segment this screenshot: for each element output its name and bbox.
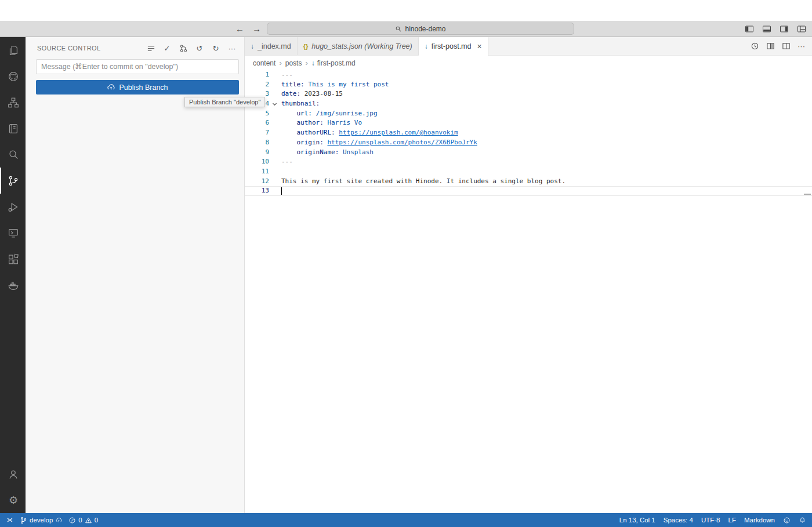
scm-header: SOURCE CONTROL ✓ ↺ ↻ ···	[26, 37, 244, 57]
indentation-status[interactable]: Spaces: 4	[664, 517, 693, 524]
code-line[interactable]: 5 url: /img/sunrise.jpg	[245, 109, 812, 119]
fold-gutter	[269, 148, 280, 158]
tab-close-icon[interactable]: ×	[477, 42, 481, 51]
status-bar: develop 0 0 Ln 13, Col 1 Spaces: 4 UTF-8…	[0, 513, 812, 527]
open-changes-icon[interactable]	[766, 42, 775, 50]
fold-gutter	[269, 109, 280, 119]
json-file-icon: {}	[303, 43, 309, 50]
github-icon[interactable]	[0, 63, 26, 89]
pull-request-icon[interactable]	[178, 43, 188, 53]
hierarchy-icon[interactable]	[0, 89, 26, 115]
breadcrumb: content › posts › ↓ first-post.md	[245, 56, 812, 70]
status-right: Ln 13, Col 1 Spaces: 4 UTF-8 LF Markdown	[619, 517, 806, 524]
code-line[interactable]: 3date: 2023-08-15	[245, 89, 812, 99]
line-number: 1	[245, 70, 269, 80]
notifications-bell-icon[interactable]	[799, 517, 806, 524]
run-debug-icon[interactable]	[0, 194, 26, 220]
nav-arrows: ← →	[235, 21, 261, 37]
top-strip	[0, 0, 812, 21]
code-lines: 1---2title: This is my first post3date: …	[245, 70, 812, 196]
toggle-sidebar-left-icon[interactable]	[745, 24, 754, 34]
code-line[interactable]: 4thumbnail:	[245, 99, 812, 109]
code-editor[interactable]: 1---2title: This is my first post3date: …	[245, 70, 812, 513]
overview-ruler-cursor-mark	[804, 194, 811, 195]
remote-explorer-icon[interactable]	[0, 220, 26, 246]
source-control-icon[interactable]	[0, 168, 26, 194]
settings-gear-icon[interactable]: ⚙	[0, 487, 26, 513]
line-number: 5	[245, 109, 269, 119]
line-content: ---	[280, 157, 293, 167]
code-line[interactable]: 11	[245, 167, 812, 177]
language-mode-status[interactable]: Markdown	[744, 517, 775, 524]
line-number: 10	[245, 157, 269, 167]
tab-index-md[interactable]: ↓ _index.md	[245, 37, 298, 55]
extensions-icon[interactable]	[0, 246, 26, 272]
view-as-list-icon[interactable]	[146, 43, 156, 53]
code-line[interactable]: 6 author: Harris Vo	[245, 118, 812, 128]
chevron-right-icon: ›	[279, 59, 281, 67]
search-icon[interactable]	[0, 141, 26, 168]
toggle-panel-icon[interactable]	[762, 24, 771, 34]
code-line[interactable]: 8 origin: https://unsplash.com/photos/ZX…	[245, 138, 812, 148]
tab-hugo-stats-json[interactable]: {} hugo_stats.json (Working Tree)	[298, 37, 419, 55]
commit-check-icon[interactable]: ✓	[162, 43, 172, 53]
book-icon[interactable]	[0, 115, 26, 141]
timeline-history-icon[interactable]	[751, 42, 759, 50]
error-icon	[68, 517, 76, 524]
activity-bar: ⚙	[0, 37, 26, 513]
accounts-icon[interactable]	[0, 461, 26, 487]
markdown-file-icon: ↓	[251, 42, 254, 50]
explorer-icon[interactable]	[0, 37, 26, 63]
line-content	[280, 167, 281, 177]
toggle-sidebar-right-icon[interactable]	[780, 24, 789, 34]
cursor-position-status[interactable]: Ln 13, Col 1	[619, 517, 655, 524]
command-center-search[interactable]: hinode-demo	[267, 23, 574, 35]
tab-first-post-md[interactable]: ↓ first-post.md ×	[419, 37, 488, 56]
line-content: date: 2023-08-15	[280, 89, 343, 99]
eol-status[interactable]: LF	[728, 517, 736, 524]
status-left: develop 0 0	[6, 516, 98, 524]
more-actions-icon[interactable]: ···	[227, 43, 237, 53]
editor-actions: ···	[751, 37, 812, 55]
breadcrumb-filename: first-post.md	[317, 59, 356, 67]
search-icon	[395, 26, 402, 32]
tab-label: first-post.md	[432, 42, 472, 50]
breadcrumb-posts[interactable]: posts	[285, 59, 302, 67]
fold-gutter	[269, 80, 280, 90]
line-content: authorURL: https://unsplash.com/@hoanvok…	[280, 128, 458, 138]
markdown-file-icon: ↓	[311, 59, 315, 67]
docker-icon[interactable]	[0, 272, 26, 298]
more-actions-icon[interactable]: ···	[798, 42, 805, 50]
commit-message-input[interactable]	[36, 59, 239, 74]
encoding-status[interactable]: UTF-8	[701, 517, 720, 524]
fold-gutter	[269, 177, 280, 187]
code-line[interactable]: 10---	[245, 157, 812, 167]
remote-indicator-icon[interactable]	[6, 516, 14, 524]
customize-layout-icon[interactable]	[797, 24, 806, 34]
code-line[interactable]: 12This is my first site created with Hin…	[245, 177, 812, 187]
publish-branch-button[interactable]: Publish Branch	[36, 80, 239, 95]
line-content: This is my first site created with Hinod…	[280, 177, 566, 187]
fold-gutter	[269, 186, 280, 196]
layout-controls	[745, 21, 806, 37]
breadcrumb-content[interactable]: content	[253, 59, 276, 67]
split-editor-icon[interactable]	[782, 42, 791, 50]
branch-status[interactable]: develop	[20, 517, 63, 524]
code-line[interactable]: 7 authorURL: https://unsplash.com/@hoanv…	[245, 128, 812, 138]
fold-chevron-icon[interactable]	[269, 99, 280, 109]
activity-bar-bottom: ⚙	[0, 461, 26, 513]
chevron-right-icon: ›	[305, 59, 307, 67]
back-icon[interactable]: ←	[235, 24, 244, 34]
code-line[interactable]: 2title: This is my first post	[245, 80, 812, 90]
problems-status[interactable]: 0 0	[68, 517, 98, 524]
code-line[interactable]: 13	[245, 186, 812, 196]
refresh-icon[interactable]: ↻	[211, 43, 221, 53]
text-cursor	[281, 187, 282, 195]
code-line[interactable]: 1---	[245, 70, 812, 80]
forward-icon[interactable]: →	[252, 24, 261, 34]
breadcrumb-file[interactable]: ↓ first-post.md	[311, 59, 356, 67]
feedback-icon[interactable]	[783, 517, 791, 524]
line-number: 11	[245, 167, 269, 177]
history-icon[interactable]: ↺	[194, 43, 205, 53]
code-line[interactable]: 9 originName: Unsplash	[245, 148, 812, 158]
